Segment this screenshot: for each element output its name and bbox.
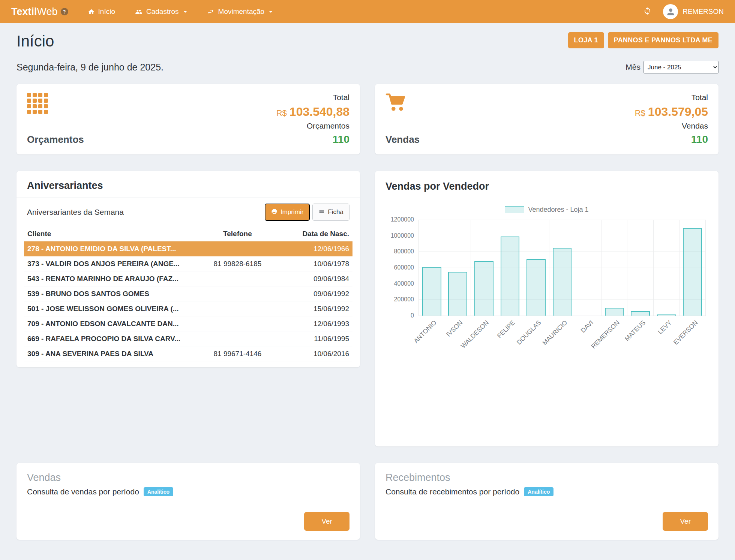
total-label: Total: [333, 93, 350, 102]
ver-sales-button[interactable]: Ver: [304, 512, 350, 531]
table-row[interactable]: 709 - ANTONIO EDSON CAVALCANTE DAN... 12…: [24, 316, 352, 331]
print-button-label: Imprimir: [280, 208, 303, 216]
table-row[interactable]: 278 - ANTONIO EMIDIO DA SILVA (PALEST...…: [24, 241, 352, 256]
sales-values: Total R$103.579,05 Vendas 110: [635, 93, 708, 145]
report-title: Vendas: [27, 472, 350, 484]
cell-client: 539 - BRUNO DOS SANTOS GOMES: [24, 290, 195, 298]
table-row[interactable]: 501 - JOSE WELISSON GOMES OLIVEIRA (... …: [24, 301, 352, 316]
currency-symbol: R$: [635, 108, 645, 118]
nav-item-inicio[interactable]: Início: [88, 7, 115, 16]
birthdays-header: Aniversariantes: [16, 171, 360, 198]
avatar: [663, 4, 678, 19]
cell-birthdate: 11/06/1995: [280, 335, 352, 343]
bar-waldeson: [474, 261, 494, 316]
navbar: TextilWeb ? Início Cadastros Movimentaçã…: [0, 0, 735, 23]
help-icon[interactable]: ?: [61, 8, 68, 15]
sales-left: Vendas: [386, 93, 420, 145]
chart-main: ANTONIOIVSONWALDESONFELIPEDOUGLASMAURICI…: [418, 220, 708, 358]
x-axis-slot: LEVY: [654, 316, 680, 358]
date-row: Segunda-feira, 9 de junho de 2025. Mês J…: [16, 61, 718, 73]
nav-item-cadastros[interactable]: Cadastros: [135, 7, 187, 16]
column-header-data-nasc: Data de Nasc.: [280, 230, 352, 238]
y-axis-tick-label: 400000: [394, 280, 414, 287]
birthdays-toolbar: Aniversariantes da Semana Imprimir Ficha: [16, 198, 360, 226]
total-label: Total: [692, 93, 708, 102]
legend-swatch: [505, 206, 524, 213]
calculator-icon: [27, 93, 48, 114]
cell-client: 278 - ANTONIO EMIDIO DA SILVA (PALEST...: [24, 245, 195, 253]
table-row[interactable]: 669 - RAFAELA PROCOPIO DA SILVA CARV... …: [24, 331, 352, 346]
month-picker: Mês June - 2025: [626, 61, 718, 73]
bar-chart: 120000010000008000006000004000002000000 …: [386, 220, 708, 358]
table-row[interactable]: 543 - RENATO MARINHO DE ARAUJO (FAZ... 0…: [24, 271, 352, 286]
user-menu[interactable]: REMERSON: [663, 4, 724, 19]
header-buttons: LOJA 1 PANNOS E PANNOS LTDA ME: [568, 32, 718, 48]
x-axis-tick-label: IVSON: [445, 319, 465, 338]
y-axis-tick-label: 1000000: [391, 232, 414, 239]
x-axis-tick-label: DAVI: [579, 319, 595, 334]
bar-slot: [419, 220, 445, 316]
table-header-row: Cliente Telefone Data de Nasc.: [24, 226, 352, 241]
chart-title: Vendas por Vendedor: [386, 181, 708, 192]
count-label: Orçamentos: [307, 121, 350, 130]
card-title: Aniversariantes: [27, 180, 350, 192]
column-header-cliente: Cliente: [24, 230, 195, 238]
x-axis-slot: WALDESON: [471, 316, 497, 358]
cell-client: 709 - ANTONIO EDSON CAVALCANTE DAN...: [24, 320, 195, 328]
chart-legend[interactable]: Vendedores - Loja 1: [386, 206, 708, 214]
y-axis-tick-label: 600000: [394, 264, 414, 271]
bar-slot: [471, 220, 497, 316]
x-axis-slot: MATEUS: [627, 316, 654, 358]
card-title: Orçamentos: [27, 134, 84, 145]
navbar-right: REMERSON: [643, 4, 724, 19]
ver-receipts-button[interactable]: Ver: [663, 512, 708, 531]
bar-slot: [627, 220, 654, 316]
printer-icon: [271, 208, 278, 216]
report-description-row: Consulta de recebimentos por período Ana…: [386, 487, 708, 496]
bar-felipe: [501, 237, 520, 316]
bar-mauricio: [553, 248, 572, 316]
budgets-left: Orçamentos: [27, 93, 84, 145]
brand-logo[interactable]: TextilWeb ?: [11, 6, 68, 18]
users-icon: [135, 8, 143, 15]
report-description-row: Consulta de vendas por período Analítico: [27, 487, 350, 496]
y-axis-tick-label: 1200000: [391, 216, 414, 223]
store-button[interactable]: LOJA 1: [568, 32, 604, 48]
count-label: Vendas: [682, 121, 708, 130]
budgets-summary-card: Orçamentos Total R$103.540,88 Orçamentos…: [16, 84, 360, 154]
cell-birthdate: 12/06/1966: [280, 245, 352, 253]
legend-label: Vendedores - Loja 1: [528, 206, 588, 214]
cell-birthdate: 09/06/1984: [280, 275, 352, 283]
sales-summary-card: Vendas Total R$103.579,05 Vendas 110: [375, 84, 718, 154]
bar-antonio: [422, 267, 441, 316]
table-row[interactable]: 373 - VALDIR DOS ANJOS PEREIRA (ANGE... …: [24, 256, 352, 271]
bar-slot: [575, 220, 602, 316]
report-description: Consulta de recebimentos por período: [386, 487, 519, 496]
company-button[interactable]: PANNOS E PANNOS LTDA ME: [608, 32, 718, 48]
refresh-icon: [643, 7, 652, 16]
home-icon: [88, 8, 95, 15]
total-amount: 103.540,88: [290, 105, 350, 118]
ficha-button[interactable]: Ficha: [312, 204, 350, 221]
x-axis-slot: ANTONIO: [418, 316, 445, 358]
cell-phone: 81 99828-6185: [195, 260, 280, 268]
sales-by-seller-card: Vendas por Vendedor Vendedores - Loja 1 …: [375, 171, 718, 446]
total-amount-line: R$103.540,88: [276, 105, 350, 119]
bar-slot: [654, 220, 680, 316]
bar-slot: [445, 220, 471, 316]
chevron-down-icon: [183, 11, 187, 13]
page-title: Início: [16, 32, 54, 50]
main-content: Início LOJA 1 PANNOS E PANNOS LTDA ME Se…: [0, 23, 735, 555]
cart-icon: [386, 93, 420, 113]
refresh-button[interactable]: [643, 7, 652, 16]
month-select[interactable]: June - 2025: [644, 61, 718, 73]
x-axis-slot: EVERSON: [680, 316, 706, 358]
nav-item-label: Cadastros: [146, 7, 179, 16]
table-row[interactable]: 539 - BRUNO DOS SANTOS GOMES 09/06/1992: [24, 286, 352, 301]
print-button[interactable]: Imprimir: [265, 204, 310, 221]
nav-item-movimentacao[interactable]: Movimentação: [207, 7, 273, 16]
analitico-badge: Analítico: [144, 487, 173, 496]
table-row[interactable]: 309 - ANA SEVERINA PAES DA SILVA 81 9967…: [24, 346, 352, 361]
exchange-icon: [207, 8, 215, 15]
username: REMERSON: [682, 7, 724, 16]
